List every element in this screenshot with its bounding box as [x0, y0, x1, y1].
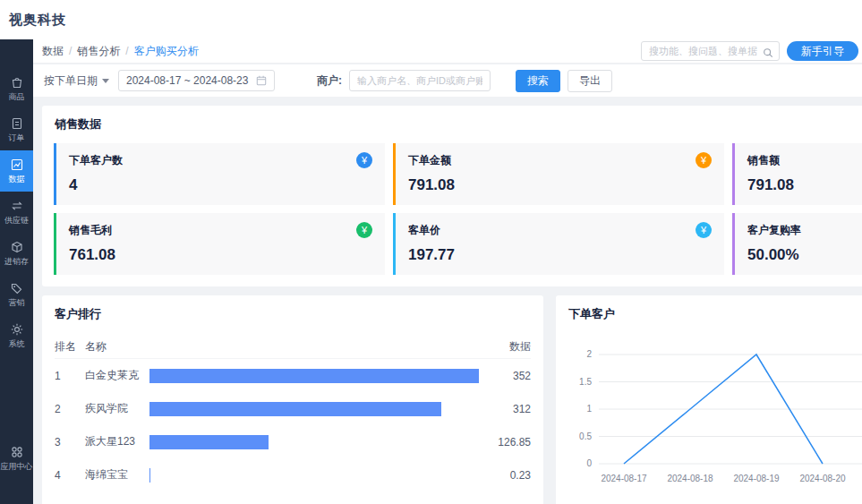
sidebar-item-label: 数据 [0, 174, 33, 184]
breadcrumb-separator: / [125, 45, 128, 57]
rank-cell: 2 [55, 403, 85, 415]
table-row: 4海绵宝宝0.23 [55, 458, 531, 491]
sidebar-item-label: 供应链 [0, 215, 33, 226]
sales-card-title: 销售数据 [42, 116, 862, 132]
value-cell: 352 [479, 370, 531, 382]
system-icon [10, 322, 24, 337]
ranking-bar [149, 402, 441, 416]
bar-cell [149, 468, 479, 483]
ranking-table-header: 排名 名称 数据 [55, 335, 531, 359]
date-range-value: 2024-08-17 ~ 2024-08-23 [126, 74, 248, 87]
value-cell: 126.85 [479, 436, 531, 448]
order-customers-card: 下单客户 00.511.522024-08-172024-08-182024-0… [556, 295, 862, 504]
sidebar-item-orders[interactable]: 订单 [0, 109, 33, 150]
name-cell: 派大星123 [85, 434, 149, 449]
customer-count-icon: ¥ [356, 152, 372, 168]
sidebar-item-system[interactable]: 系统 [0, 315, 33, 356]
search-button[interactable]: 搜索 [516, 70, 560, 92]
stat-tile-4: 销售毛利¥761.08 [54, 213, 385, 275]
date-range-picker[interactable]: 2024-08-17 ~ 2024-08-23 [118, 70, 275, 91]
customer-ranking-card: 客户排行 排名 名称 数据 1白金史莱克3522疾风学院3123派大星12312… [42, 295, 543, 504]
svg-text:2024-08-19: 2024-08-19 [733, 474, 780, 483]
name-cell: 海绵宝宝 [85, 467, 149, 483]
column-header-rank: 排名 [55, 339, 85, 355]
supply-chain-icon [10, 199, 24, 213]
bar-cell [149, 402, 479, 416]
breadcrumb-item[interactable]: 客户购买分析 [134, 44, 199, 59]
order-icon [10, 116, 24, 131]
stat-tile-1: 下单客户数¥4 [54, 143, 385, 205]
stat-tile-label: 销售额 [747, 153, 780, 168]
sidebar-item-app-center[interactable]: 应用中心 [0, 438, 33, 479]
table-row: 2疾风学院312 [55, 392, 531, 425]
breadcrumb-item[interactable]: 销售分析 [77, 44, 120, 59]
merchant-search-input[interactable] [349, 70, 491, 91]
column-header-name: 名称 [85, 339, 149, 355]
svg-text:1: 1 [586, 404, 592, 414]
stat-tile-value: 791.08 [408, 176, 712, 194]
gross-profit-icon: ¥ [356, 222, 372, 238]
sidebar-menu: 商品订单数据供应链进销存营销系统 [0, 39, 33, 356]
ranking-bar [149, 435, 269, 449]
date-type-label: 按下单日期 [44, 73, 98, 89]
search-icon[interactable] [763, 46, 773, 56]
sidebar-item-supply-chain[interactable]: 供应链 [0, 192, 33, 233]
value-cell: 312 [479, 403, 531, 415]
beginner-guide-button[interactable]: 新手引导 [787, 41, 858, 61]
ranking-table: 排名 名称 数据 1白金史莱克3522疾风学院3123派大星123126.854… [55, 335, 531, 491]
name-cell: 疾风学院 [85, 401, 149, 416]
calendar-icon [256, 75, 267, 86]
sidebar-item-label: 商品 [0, 91, 33, 102]
stat-tile-2: 下单金额¥791.08 [393, 143, 724, 205]
stat-tile-6: 客户复购率%50.00% [732, 213, 862, 275]
ranking-card-title: 客户排行 [55, 306, 531, 322]
table-row: 1白金史莱克352 [55, 359, 531, 392]
breadcrumb-separator: / [69, 45, 72, 57]
breadcrumb-item[interactable]: 数据 [42, 44, 64, 59]
order-customers-chart: 00.511.522024-08-172024-08-182024-08-192… [568, 329, 862, 504]
breadcrumb: 数据/销售分析/客户购买分析 [42, 44, 641, 59]
sidebar-item-inventory[interactable]: 进销存 [0, 233, 33, 274]
global-search-input[interactable] [647, 45, 763, 57]
svg-text:2: 2 [586, 349, 592, 359]
sidebar-item-label: 应用中心 [0, 461, 33, 472]
main-content: 销售数据 下单客户数¥4下单金额¥791.08销售额¥791.08销售毛利¥76… [42, 106, 862, 504]
brand-logo: 视奥科技 [9, 12, 66, 29]
chart-card-title: 下单客户 [568, 306, 862, 322]
sidebar-item-label: 系统 [0, 338, 33, 349]
rank-cell: 4 [55, 469, 85, 482]
date-type-dropdown[interactable]: 按下单日期 [44, 73, 109, 89]
filter-bar: 按下单日期 2024-08-17 ~ 2024-08-23 商户: 搜索 导出 [33, 64, 862, 97]
svg-text:2024-08-18: 2024-08-18 [667, 474, 713, 483]
column-header-value: 数据 [479, 339, 531, 355]
export-button[interactable]: 导出 [568, 70, 612, 92]
table-row: 3派大星123126.85 [55, 425, 531, 458]
sidebar-item-goods[interactable]: 商品 [0, 68, 33, 109]
nav-bar: 数据/销售分析/客户购买分析 新手引导 [33, 39, 862, 64]
sidebar-item-label: 营销 [0, 297, 33, 308]
svg-text:0.5: 0.5 [579, 431, 592, 441]
order-amount-icon: ¥ [696, 152, 712, 168]
sidebar-item-data[interactable]: 数据 [0, 150, 33, 192]
stat-tiles: 下单客户数¥4下单金额¥791.08销售额¥791.08销售毛利¥761.08客… [42, 132, 862, 275]
marketing-icon [10, 281, 24, 295]
name-cell: 白金史莱克 [85, 368, 149, 383]
chevron-down-icon [102, 79, 109, 83]
ranking-bar [149, 369, 479, 383]
svg-text:0: 0 [586, 458, 592, 468]
sidebar-item-marketing[interactable]: 营销 [0, 274, 33, 315]
sidebar-item-label: 订单 [0, 132, 33, 143]
svg-text:2024-08-17: 2024-08-17 [601, 474, 647, 483]
stat-tile-value: 761.08 [69, 246, 372, 264]
stat-tile-5: 客单价¥197.77 [393, 213, 724, 275]
stat-tile-value: 197.77 [408, 246, 712, 264]
sidebar-item-label: 进销存 [0, 256, 33, 267]
global-search-box[interactable] [641, 41, 780, 61]
goods-icon [10, 75, 24, 90]
rank-cell: 3 [55, 436, 85, 448]
sidebar: 商品订单数据供应链进销存营销系统 应用中心 [0, 39, 33, 504]
stat-tile-label: 下单客户数 [69, 153, 123, 168]
stat-tile-label: 客户复购率 [747, 223, 801, 238]
sales-data-card: 销售数据 下单客户数¥4下单金额¥791.08销售额¥791.08销售毛利¥76… [42, 106, 862, 286]
value-cell: 0.23 [479, 469, 531, 482]
